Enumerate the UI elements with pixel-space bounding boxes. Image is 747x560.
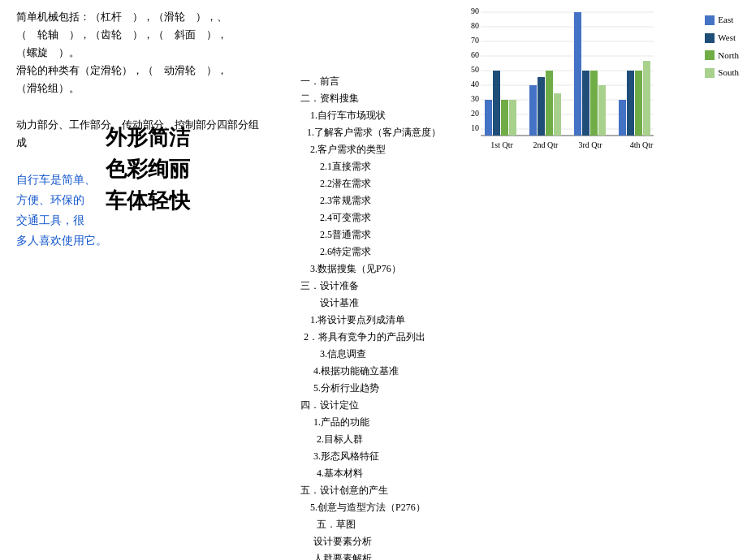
- y-label: 10: [471, 123, 479, 132]
- bar-west-q4: [627, 71, 634, 136]
- x-label-q1: 1st Qtr: [490, 140, 513, 149]
- outline-item: 设计要素分析: [300, 533, 463, 550]
- bar-west-q3: [582, 71, 589, 136]
- legend-west: West: [705, 30, 739, 46]
- x-label-q3: 3rd Qtr: [578, 140, 602, 149]
- bar-west-q2: [538, 77, 545, 136]
- outline-item: 3.信息调查: [300, 346, 463, 363]
- outline-item: 1.了解客户需求（客户满意度）: [300, 124, 463, 141]
- legend-color-west: [705, 33, 715, 43]
- legend-label-east: East: [718, 12, 733, 28]
- outline-item: 1.将设计要点列成清单: [300, 312, 463, 329]
- bar-south-q4: [643, 61, 650, 136]
- legend-color-north: [705, 50, 715, 60]
- outline-item: 人群要素解析: [300, 550, 463, 560]
- outline-item: 五．草图: [300, 516, 463, 533]
- outline-item: 2.2潜在需求: [300, 175, 463, 192]
- slogan-line2: 色彩绚丽: [106, 153, 190, 185]
- bar-north-q2: [546, 71, 553, 136]
- bar-east-q2: [529, 85, 537, 136]
- outline-item: 2.客户需求的类型: [300, 141, 463, 158]
- outline-item: 1.自行车市场现状: [300, 107, 463, 124]
- outline-item: 二．资料搜集: [300, 90, 463, 107]
- outline-item: 2.3常规需求: [300, 192, 463, 209]
- bar-north-q3: [590, 71, 598, 136]
- outline-item: 4.基本材料: [300, 465, 463, 482]
- bar-east-q4: [619, 100, 626, 136]
- chart-legend: East West North South: [705, 12, 739, 83]
- y-label: 30: [471, 94, 479, 103]
- bar-west-q1: [493, 71, 500, 136]
- outline-item: 2．将具有竞争力的产品列出: [300, 329, 463, 346]
- bar-east-q3: [574, 12, 581, 136]
- outline-item: 2.1直接需求: [300, 158, 463, 175]
- mechanics-text: 简单机械包括：（杠杆 ），（滑轮 ），、 （ 轮轴 ），（齿轮 ），（ 斜面 ）…: [16, 8, 268, 97]
- bar-north-q1: [501, 100, 508, 136]
- chart-area: 90 80 70 60 50 40 30 20 10: [463, 4, 739, 166]
- y-label: 70: [471, 36, 479, 45]
- legend-label-south: South: [718, 65, 739, 81]
- y-label: 90: [471, 6, 479, 15]
- outline-item: 5.分析行业趋势: [300, 380, 463, 397]
- legend-color-east: [705, 15, 715, 25]
- y-label: 20: [471, 109, 479, 118]
- bar-chart: 90 80 70 60 50 40 30 20 10: [463, 4, 698, 162]
- outline-item: 2.6特定需求: [300, 243, 463, 261]
- legend-color-south: [705, 68, 715, 78]
- x-label-q4: 4th Qtr: [630, 140, 654, 149]
- legend-east: East: [705, 12, 739, 28]
- outline-item: 三．设计准备: [300, 278, 463, 295]
- bar-south-q2: [554, 93, 561, 136]
- bar-south-q1: [509, 100, 516, 136]
- outline-item: 一．前言: [300, 73, 463, 90]
- outline-item: 4.根据功能确立基准: [300, 363, 463, 380]
- y-label: 50: [471, 65, 479, 74]
- x-label-q2: 2nd Qtr: [533, 140, 559, 149]
- outline-item: 2.5普通需求: [300, 226, 463, 243]
- bar-north-q4: [635, 71, 642, 136]
- y-label: 40: [471, 80, 479, 88]
- outline-item: 5.创意与造型方法（P276）: [300, 499, 463, 516]
- y-label: 60: [471, 50, 479, 59]
- outline-item: 3.数据搜集（见P76）: [300, 261, 463, 278]
- outline-item: 2.4可变需求: [300, 209, 463, 226]
- outline-panel: 一．前言 二．资料搜集 1.自行车市场现状 1.了解客户需求（客户满意度） 2.…: [300, 73, 463, 560]
- big-slogan: 外形简洁 色彩绚丽 车体轻快: [106, 122, 190, 217]
- outline-item: 五．设计创意的产生: [300, 482, 463, 499]
- outline-item: 四．设计定位: [300, 397, 463, 414]
- bar-east-q1: [485, 100, 492, 136]
- slogan-line1: 外形简洁: [106, 122, 190, 153]
- outline-item: 1.产品的功能: [300, 414, 463, 431]
- legend-label-west: West: [718, 30, 736, 46]
- legend-south: South: [705, 65, 739, 81]
- outline-item: 设计基准: [300, 295, 463, 312]
- outline-item: 3.形态风格特征: [300, 448, 463, 465]
- y-label: 80: [471, 21, 479, 30]
- legend-label-north: North: [718, 48, 739, 64]
- slogan-line3: 车体轻快: [106, 185, 190, 217]
- bar-south-q3: [598, 85, 606, 136]
- legend-north: North: [705, 48, 739, 64]
- outline-item: 2.目标人群: [300, 431, 463, 448]
